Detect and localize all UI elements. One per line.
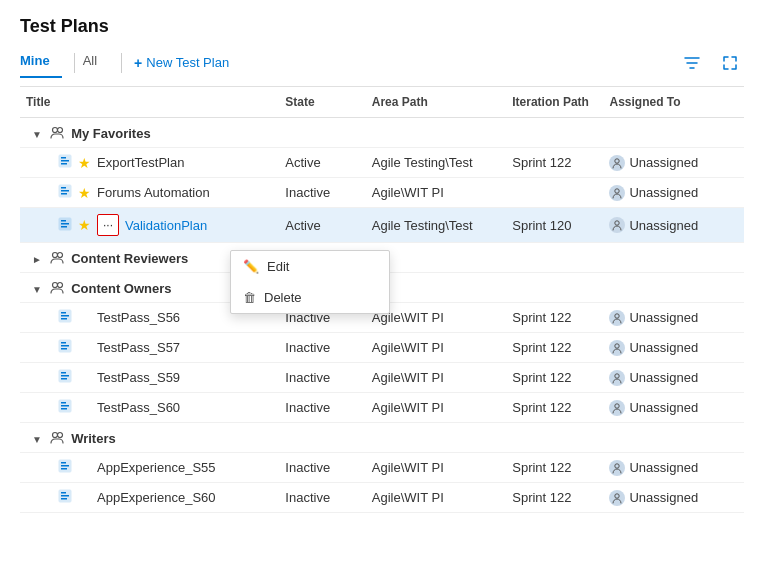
chevron-icon: ▼ [32, 129, 42, 140]
context-menu-delete[interactable]: 🗑 Delete [231, 282, 389, 313]
svg-rect-10 [61, 193, 67, 195]
assigned-value: Unassigned [629, 490, 698, 505]
group-name: Writers [71, 431, 116, 446]
state-cell: Active [279, 208, 365, 243]
group-label: ▼ Writers [20, 423, 744, 453]
state-value: Inactive [285, 400, 330, 415]
trash-icon: 🗑 [243, 290, 256, 305]
state-value: Inactive [285, 460, 330, 475]
iteration-cell: Sprint 122 [506, 333, 603, 363]
tab-mine[interactable]: Mine [20, 47, 62, 78]
new-test-plan-button[interactable]: + New Test Plan [134, 55, 229, 71]
table-row[interactable]: ★ ··· ValidationPlan Active Agile Testin… [20, 208, 744, 243]
assigned-value: Unassigned [629, 370, 698, 385]
assigned-value: Unassigned [629, 340, 698, 355]
state-cell: Inactive [279, 393, 365, 423]
title-cell: ★ TestPass_S59 [20, 363, 279, 393]
plan-name: Forums Automation [97, 185, 210, 200]
svg-point-25 [615, 313, 619, 317]
group-label: ▼ My Favorites [20, 118, 744, 148]
table-row[interactable]: ★ TestPass_S57 Inactive Agile\WIT PI Spr… [20, 333, 744, 363]
assigned-cell: Unassigned [603, 363, 744, 393]
area-cell: Agile\WIT PI [366, 483, 506, 513]
assigned-icon [609, 185, 625, 201]
svg-point-40 [615, 403, 619, 407]
area-value: Agile\WIT PI [372, 460, 444, 475]
svg-point-35 [615, 373, 619, 377]
state-cell: Inactive [279, 483, 365, 513]
assigned-cell: Unassigned [603, 453, 744, 483]
col-header-title: Title [20, 87, 279, 118]
col-header-state: State [279, 87, 365, 118]
assigned-cell: Unassigned [603, 303, 744, 333]
svg-point-19 [52, 283, 57, 288]
svg-rect-38 [61, 405, 69, 407]
context-menu: ✏️ Edit 🗑 Delete [230, 250, 390, 314]
svg-rect-46 [61, 468, 67, 470]
svg-rect-45 [61, 465, 69, 467]
tab-all[interactable]: All [83, 47, 109, 78]
assigned-cell: Unassigned [603, 393, 744, 423]
plan-name-link[interactable]: ValidationPlan [125, 218, 207, 233]
svg-rect-44 [61, 462, 66, 464]
svg-rect-32 [61, 372, 66, 374]
svg-point-1 [57, 128, 62, 133]
iteration-cell: Sprint 122 [506, 393, 603, 423]
context-menu-edit[interactable]: ✏️ Edit [231, 251, 389, 282]
star-filled-icon[interactable]: ★ [78, 185, 91, 201]
plan-name: ExportTestPlan [97, 155, 184, 170]
assigned-value: Unassigned [629, 185, 698, 200]
star-empty-icon: ★ [78, 310, 91, 326]
assigned-value: Unassigned [629, 155, 698, 170]
table-row[interactable]: ★ AppExperience_S60 Inactive Agile\WIT P… [20, 483, 744, 513]
star-empty-icon: ★ [78, 490, 91, 506]
svg-rect-13 [61, 220, 66, 222]
assigned-value: Unassigned [629, 310, 698, 325]
svg-rect-49 [61, 492, 66, 494]
star-empty-icon: ★ [78, 460, 91, 476]
svg-point-20 [57, 283, 62, 288]
area-value: Agile\WIT PI [372, 370, 444, 385]
more-options-button[interactable]: ··· [97, 214, 119, 236]
svg-rect-34 [61, 378, 67, 380]
table-row[interactable]: ★ TestPass_S59 Inactive Agile\WIT PI Spr… [20, 363, 744, 393]
iteration-cell: Sprint 122 [506, 148, 603, 178]
iteration-cell: Sprint 122 [506, 483, 603, 513]
assigned-icon [609, 155, 625, 171]
svg-point-18 [57, 253, 62, 258]
area-value: Agile Testing\Test [372, 218, 473, 233]
plan-icon [58, 309, 72, 326]
expand-button[interactable] [716, 49, 744, 77]
state-cell: Inactive [279, 178, 365, 208]
assigned-icon [609, 340, 625, 356]
plan-icon [58, 184, 72, 201]
assigned-cell: Unassigned [603, 208, 744, 243]
toolbar: Mine All + New Test Plan [20, 47, 744, 87]
table-row[interactable]: ★ TestPass_S60 Inactive Agile\WIT PI Spr… [20, 393, 744, 423]
plan-icon [58, 217, 72, 234]
area-value: Agile\WIT PI [372, 490, 444, 505]
group-name: Content Owners [71, 281, 171, 296]
tab-divider [74, 53, 75, 73]
new-plan-label: New Test Plan [146, 55, 229, 70]
assigned-icon [609, 460, 625, 476]
table-row[interactable]: ★ AppExperience_S55 Inactive Agile\WIT P… [20, 453, 744, 483]
area-cell: Agile\WIT PI [366, 453, 506, 483]
svg-point-52 [615, 494, 619, 498]
iteration-value: Sprint 122 [512, 155, 571, 170]
pencil-icon: ✏️ [243, 259, 259, 274]
svg-point-16 [615, 221, 619, 225]
state-cell: Active [279, 148, 365, 178]
star-filled-icon[interactable]: ★ [78, 155, 91, 171]
star-filled-icon[interactable]: ★ [78, 217, 91, 233]
group-row[interactable]: ▼ My Favorites [20, 118, 744, 148]
iteration-cell: Sprint 122 [506, 363, 603, 393]
table-row[interactable]: ★ ExportTestPlan Active Agile Testing\Te… [20, 148, 744, 178]
iteration-cell: Sprint 122 [506, 303, 603, 333]
table-row[interactable]: ★ Forums Automation Inactive Agile\WIT P… [20, 178, 744, 208]
plan-icon [58, 369, 72, 386]
filter-button[interactable] [678, 49, 706, 77]
col-header-iteration: Iteration Path [506, 87, 603, 118]
assigned-cell: Unassigned [603, 483, 744, 513]
group-row[interactable]: ▼ Writers [20, 423, 744, 453]
